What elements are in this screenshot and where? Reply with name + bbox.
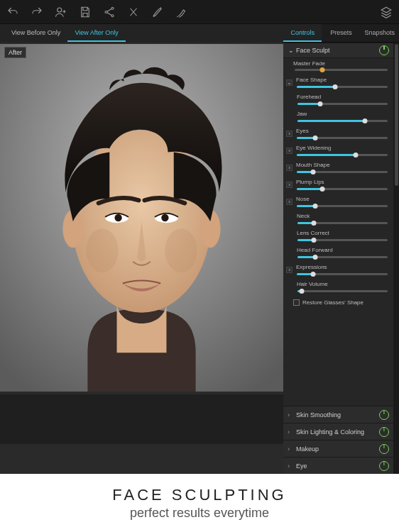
section-label: Eye [295,462,379,470]
slider-eyes[interactable] [297,137,388,139]
svg-point-13 [165,228,197,272]
slider-row: Forehead [283,92,393,109]
slider-master-fade[interactable] [295,69,388,71]
tab-presets[interactable]: Presets [322,24,360,42]
marketing-subtitle: perfect results everytime [130,506,269,521]
slider-row: Neck [283,211,393,228]
slider-row: ›Eye Widening [283,143,393,160]
power-toggle[interactable] [379,461,389,471]
view-tabs: View Before Only View After Only [0,24,283,43]
checkbox-icon [293,299,300,306]
expand-chevron-icon[interactable]: ⌄ [286,79,293,86]
slider-row: ›Mouth Shape [283,160,393,177]
brush2-icon[interactable] [175,5,189,19]
expand-chevron-icon[interactable]: › [286,199,293,205]
undo-icon[interactable] [6,5,20,19]
chevron-right-icon: › [288,411,295,419]
slider-row: ›Expressions [283,262,393,279]
power-toggle[interactable] [379,427,389,437]
slider-label: Master Fade [283,58,393,67]
slider-label: Neck [297,213,389,219]
section-makeup[interactable]: ›Makeup [283,440,393,457]
section-face-sculpt[interactable]: ⌄ Face Sculpt [283,43,393,58]
slider-row: Hair Volume [283,279,393,297]
brush-icon[interactable] [151,5,165,19]
svg-point-3 [111,14,114,16]
image-viewport: View Before Only View After Only After [0,24,283,474]
section-label: Face Sculpt [295,47,379,54]
chevron-right-icon: › [288,445,295,453]
tab-view-before[interactable]: View Before Only [4,25,67,42]
slider-hair-volume[interactable] [297,290,388,292]
slider-row: ›Nose [283,194,393,211]
slider-label: Hair Volume [297,281,389,287]
slider-row: ⌄Face Shape [283,75,393,92]
slider-label: Eye Widening [296,145,389,151]
restore-glasses-checkbox[interactable]: Restore Glasses' Shape [283,297,393,309]
chevron-down-icon: ⌄ [288,47,295,54]
save-icon[interactable] [78,5,92,19]
svg-point-1 [111,7,114,9]
expand-chevron-icon[interactable]: › [286,148,293,154]
slider-neck[interactable] [297,222,388,224]
svg-point-11 [161,214,168,221]
slider-label: Face Shape [296,77,389,83]
slider-mouth-shape[interactable] [297,171,388,173]
slider-row: ›Plump Lips [283,177,393,194]
slider-expressions[interactable] [297,273,388,275]
section-label: Skin Lighting & Coloring [295,428,379,436]
section-eye[interactable]: ›Eye [283,457,393,474]
tab-controls[interactable]: Controls [283,24,322,42]
slider-label: Eyes [296,128,389,134]
slider-row: ›Eyes [283,126,393,143]
power-toggle[interactable] [379,444,389,454]
share-icon[interactable] [102,5,116,19]
slider-eye-widening[interactable] [297,154,388,156]
slider-lens-correct[interactable] [297,239,388,241]
section-label: Makeup [295,445,379,453]
slider-label: Nose [296,196,389,202]
tab-snapshots[interactable]: Snapshots [361,24,399,42]
slider-plump-lips[interactable] [297,188,388,190]
sidebar-scrollbar[interactable] [393,43,399,474]
tab-view-after[interactable]: View After Only [67,25,125,42]
svg-point-2 [105,11,107,13]
slider-label: Forehead [297,94,389,100]
slider-row: Jaw [283,109,393,126]
slider-row: Head Forward [283,245,393,262]
slider-label: Mouth Shape [296,162,389,168]
slider-label: Plump Lips [296,179,389,185]
marketing-title: FACE SCULPTING [112,486,286,504]
section-skin-smoothing[interactable]: ›Skin Smoothing [283,406,393,423]
slider-label: Head Forward [297,247,389,253]
power-toggle[interactable] [379,410,389,420]
section-label: Skin Smoothing [295,411,379,419]
slider-nose[interactable] [297,205,388,207]
expand-chevron-icon[interactable]: › [286,165,293,171]
svg-point-0 [58,8,62,12]
svg-point-10 [114,214,121,221]
slider-face-shape[interactable] [297,86,388,88]
slider-label: Lens Correct [297,230,389,236]
chevron-right-icon: › [288,428,295,436]
expand-chevron-icon[interactable]: › [286,267,293,273]
add-person-icon[interactable] [54,5,68,19]
redo-icon[interactable] [30,5,44,19]
svg-point-12 [86,228,118,272]
section-skin-lighting-coloring[interactable]: ›Skin Lighting & Coloring [283,423,393,440]
slider-label: Jaw [297,111,389,117]
controls-sidebar: Controls Presets Snapshots ⌄ Face Sculpt… [283,24,399,474]
expand-chevron-icon[interactable]: › [286,182,293,188]
crop-icon[interactable] [126,5,141,19]
slider-label: Expressions [296,264,389,270]
slider-jaw[interactable] [297,120,388,122]
slider-forehead[interactable] [297,103,388,105]
chevron-right-icon: › [288,462,295,470]
top-toolbar [0,0,399,24]
marketing-caption: FACE SCULPTING perfect results everytime [0,474,399,532]
slider-head-forward[interactable] [297,256,388,258]
expand-chevron-icon[interactable]: › [286,131,293,137]
power-toggle[interactable] [379,45,389,55]
layers-icon[interactable] [379,5,393,19]
checkbox-label: Restore Glasses' Shape [302,299,364,306]
